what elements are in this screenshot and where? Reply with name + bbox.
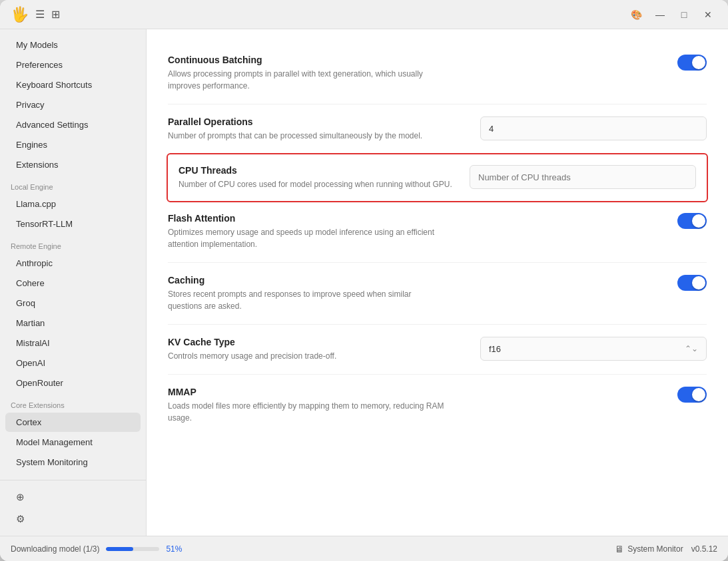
setting-control-parallel-operations <box>480 116 707 140</box>
maximize-button[interactable]: □ <box>675 5 693 24</box>
local-engine-label: Local Engine <box>0 175 146 194</box>
sidebar-item-cohere[interactable]: Cohere <box>5 274 141 293</box>
setting-control-flash-attention <box>677 213 707 229</box>
setting-control-kv-cache-type: f16 ⌃⌄ <box>480 337 707 361</box>
status-bar: Downloading model (1/3) 51% 🖥 System Mon… <box>0 536 728 561</box>
setting-desc-kv-cache-type: Controls memory usage and precision trad… <box>168 350 448 362</box>
sidebar-item-system-monitoring[interactable]: System Monitoring <box>5 453 141 472</box>
remote-engine-label: Remote Engine <box>0 234 146 253</box>
setting-info-mmap: MMAP Loads model files more efficiently … <box>168 387 448 424</box>
setting-info-parallel-operations: Parallel Operations Number of prompts th… <box>168 116 448 142</box>
setting-title-continuous-batching: Continuous Batching <box>168 55 448 65</box>
system-monitor-label: System Monitor <box>627 544 683 554</box>
titlebar: 🖐️ ☰ ⊞ 🎨 — □ ✕ <box>0 0 728 29</box>
cpu-threads-input[interactable] <box>470 165 696 189</box>
minimize-button[interactable]: — <box>651 5 669 24</box>
sidebar-bottom: ⊕ ⚙ <box>0 480 146 536</box>
sidebar-item-martian[interactable]: Martian <box>5 313 141 333</box>
setting-title-caching: Caching <box>168 275 448 285</box>
setting-continuous-batching: Continuous Batching Allows processing pr… <box>168 43 707 104</box>
setting-info-flash-attention: Flash Attention Optimizes memory usage a… <box>168 213 448 250</box>
menu-icon[interactable]: ☰ <box>35 8 45 21</box>
titlebar-left: 🖐️ ☰ ⊞ <box>11 6 60 23</box>
setting-desc-parallel-operations: Number of prompts that can be processed … <box>168 130 448 142</box>
setting-control-caching <box>677 275 707 291</box>
setting-control-mmap <box>677 387 707 403</box>
gear-icon: ⚙ <box>16 513 25 525</box>
toggle-mmap[interactable] <box>677 387 707 403</box>
setting-title-flash-attention: Flash Attention <box>168 213 448 224</box>
download-label: Downloading model (1/3) <box>11 544 99 554</box>
setting-info-cpu-threads: CPU Threads Number of CPU cores used for… <box>179 165 458 190</box>
sidebar-item-groq[interactable]: Groq <box>5 293 141 313</box>
toggle-continuous-batching[interactable] <box>677 55 707 71</box>
add-icon: ⊕ <box>16 491 25 503</box>
app-window: 🖐️ ☰ ⊞ 🎨 — □ ✕ My Models Preferences Key… <box>0 0 728 561</box>
app-logo-icon: 🖐️ <box>11 6 29 23</box>
sidebar: My Models Preferences Keyboard Shortcuts… <box>0 29 147 536</box>
sidebar-item-tensorrt-llm[interactable]: TensorRT-LLM <box>5 214 141 234</box>
system-monitor-button[interactable]: 🖥 System Monitor <box>615 544 683 554</box>
toggle-flash-attention[interactable] <box>677 213 707 229</box>
setting-control-continuous-batching <box>677 55 707 71</box>
setting-title-mmap: MMAP <box>168 387 448 397</box>
progress-fill <box>106 547 133 551</box>
sidebar-nav: My Models Preferences Keyboard Shortcuts… <box>0 29 146 480</box>
sidebar-item-engines[interactable]: Engines <box>5 135 141 154</box>
kv-cache-type-value: f16 <box>489 344 501 354</box>
setting-info-kv-cache-type: KV Cache Type Controls memory usage and … <box>168 337 448 362</box>
version-label: v0.5.12 <box>691 544 717 554</box>
monitor-icon: 🖥 <box>615 544 624 554</box>
settings-section: Continuous Batching Allows processing pr… <box>147 29 728 449</box>
toggle-caching[interactable] <box>677 275 707 291</box>
setting-desc-mmap: Loads model files more efficiently by ma… <box>168 400 448 424</box>
sidebar-item-openrouter[interactable]: OpenRouter <box>5 373 141 393</box>
status-left: Downloading model (1/3) 51% <box>11 544 182 554</box>
setting-title-parallel-operations: Parallel Operations <box>168 116 448 127</box>
add-button[interactable]: ⊕ <box>5 486 141 508</box>
parallel-operations-input[interactable] <box>480 116 707 140</box>
sidebar-item-anthropic[interactable]: Anthropic <box>5 254 141 273</box>
status-right: 🖥 System Monitor v0.5.12 <box>615 544 717 554</box>
setting-title-kv-cache-type: KV Cache Type <box>168 337 448 347</box>
grid-icon[interactable]: ⊞ <box>51 8 60 21</box>
setting-flash-attention: Flash Attention Optimizes memory usage a… <box>168 201 707 263</box>
sidebar-item-advanced-settings[interactable]: Advanced Settings <box>5 115 141 134</box>
setting-info-continuous-batching: Continuous Batching Allows processing pr… <box>168 55 448 92</box>
setting-control-cpu-threads <box>470 165 696 189</box>
setting-caching: Caching Stores recent prompts and respon… <box>168 263 707 325</box>
sidebar-item-my-models[interactable]: My Models <box>5 35 141 55</box>
progress-percent: 51% <box>166 544 182 554</box>
setting-desc-continuous-batching: Allows processing prompts in parallel wi… <box>168 68 448 92</box>
content-area: My Models Preferences Keyboard Shortcuts… <box>0 29 728 536</box>
setting-parallel-operations: Parallel Operations Number of prompts th… <box>168 104 707 154</box>
setting-cpu-threads: CPU Threads Number of CPU cores used for… <box>167 153 708 202</box>
palette-button[interactable]: 🎨 <box>627 5 645 24</box>
sidebar-item-llama-cpp[interactable]: Llama.cpp <box>5 194 141 214</box>
sidebar-item-model-management[interactable]: Model Management <box>5 433 141 452</box>
sidebar-item-openai[interactable]: OpenAI <box>5 353 141 373</box>
progress-bar <box>106 547 159 551</box>
kv-cache-type-select[interactable]: f16 ⌃⌄ <box>480 337 707 361</box>
sidebar-item-keyboard-shortcuts[interactable]: Keyboard Shortcuts <box>5 75 141 94</box>
setting-mmap: MMAP Loads model files more efficiently … <box>168 375 707 436</box>
gear-button[interactable]: ⚙ <box>5 508 141 530</box>
titlebar-right: 🎨 — □ ✕ <box>627 5 717 24</box>
setting-desc-cpu-threads: Number of CPU cores used for model proce… <box>179 178 458 190</box>
setting-title-cpu-threads: CPU Threads <box>179 165 458 176</box>
core-extensions-label: Core Extensions <box>0 393 146 412</box>
close-button[interactable]: ✕ <box>699 5 717 24</box>
chevron-up-down-icon: ⌃⌄ <box>685 344 698 353</box>
main-content: Continuous Batching Allows processing pr… <box>147 29 728 536</box>
setting-info-caching: Caching Stores recent prompts and respon… <box>168 275 448 312</box>
setting-desc-flash-attention: Optimizes memory usage and speeds up mod… <box>168 226 448 250</box>
sidebar-item-preferences[interactable]: Preferences <box>5 55 141 75</box>
sidebar-item-cortex[interactable]: Cortex <box>5 413 141 432</box>
setting-kv-cache-type: KV Cache Type Controls memory usage and … <box>168 325 707 375</box>
sidebar-item-extensions[interactable]: Extensions <box>5 155 141 174</box>
sidebar-item-mistralai[interactable]: MistralAI <box>5 333 141 353</box>
setting-desc-caching: Stores recent prompts and responses to i… <box>168 288 448 312</box>
sidebar-item-privacy[interactable]: Privacy <box>5 95 141 114</box>
